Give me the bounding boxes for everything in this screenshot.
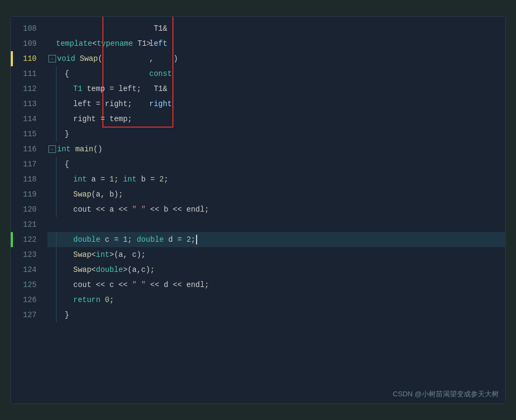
line-120: 120 [11, 202, 43, 217]
code-line-125: cout << c << " " << d << endl; [47, 277, 505, 292]
code-line-117: { [47, 157, 505, 172]
code-line-119: Swap (a, b); [47, 187, 505, 202]
line-116: 116 [11, 142, 43, 157]
code-line-115: } [47, 127, 505, 142]
main-function: main [75, 142, 94, 157]
code-line-118: int a = 1 ; int b = 2 ; [47, 172, 505, 187]
line-109: 109 [11, 36, 43, 51]
line-110: 110 [11, 51, 43, 66]
cursor [196, 235, 197, 244]
code-line-126: return 0 ; [47, 292, 505, 307]
fold-icon-110[interactable]: - [48, 55, 56, 62]
int-keyword: int [57, 142, 71, 157]
swap-function: Swap [80, 51, 98, 66]
code-line-114: right = temp; [47, 111, 505, 127]
line-115: 115 [11, 127, 43, 142]
line-114: 114 [11, 111, 43, 127]
code-line-113: left = right; [47, 96, 505, 111]
line-125: 125 [11, 277, 43, 292]
watermark: CSDN @小树苗渴望变成参天大树 [393, 389, 499, 399]
line-113: 113 [11, 96, 43, 111]
code-content: template<typename T1> - void Swap ( cons… [43, 17, 505, 403]
line-124: 124 [11, 262, 43, 277]
line-111: 111 [11, 66, 43, 81]
line-119: 119 [11, 187, 43, 202]
code-line-122: double c = 1 ; double d = 2 ; [47, 232, 505, 247]
code-area: 108 109 110 111 112 113 114 115 116 117 … [11, 17, 505, 403]
line-108: 108 [11, 21, 43, 36]
code-line-120: cout << a << " " << b << endl; [47, 202, 505, 217]
code-line-110: - void Swap ( const T1& left , const T1&… [47, 51, 505, 66]
line-126: 126 [11, 292, 43, 307]
code-line-123: Swap < int >(a, c); [47, 247, 505, 262]
line-123: 123 [11, 247, 43, 262]
code-line-116: - int main () [47, 142, 505, 157]
code-editor: 108 109 110 111 112 113 114 115 116 117 … [10, 16, 506, 404]
code-line-111: { [47, 66, 505, 81]
line-118: 118 [11, 172, 43, 187]
code-line-121 [47, 217, 505, 232]
line-122: 122 [11, 232, 43, 247]
code-line-124: Swap < double >(a,c); [47, 262, 505, 277]
line-121: 121 [11, 217, 43, 232]
line-117: 117 [11, 157, 43, 172]
template-keyword: template [56, 36, 92, 51]
line-112: 112 [11, 81, 43, 96]
line-numbers: 108 109 110 111 112 113 114 115 116 117 … [11, 17, 43, 403]
code-line-127: } [47, 307, 505, 323]
void-keyword: void [57, 51, 75, 66]
line-127: 127 [11, 307, 43, 323]
code-line-112: T1 temp = left; [47, 81, 505, 96]
fold-icon-116[interactable]: - [48, 145, 56, 153]
